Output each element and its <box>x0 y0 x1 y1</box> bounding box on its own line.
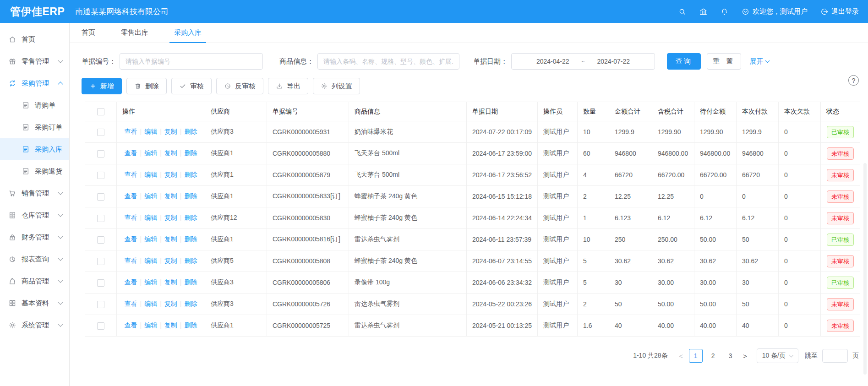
edit-link[interactable]: 编辑 <box>144 235 157 243</box>
page-button-1[interactable]: 1 <box>689 349 703 363</box>
sidebar-item-purchase-request[interactable]: 请购单 <box>0 94 69 116</box>
delete-link[interactable]: 删除 <box>184 171 197 178</box>
row-checkbox[interactable] <box>97 129 104 136</box>
edit-link[interactable]: 编辑 <box>144 171 157 178</box>
row-checkbox[interactable] <box>97 258 104 265</box>
bill-no-input[interactable] <box>120 53 263 70</box>
select-all-checkbox[interactable] <box>97 108 104 115</box>
export-button[interactable]: 导出 <box>268 78 308 94</box>
copy-link[interactable]: 复制 <box>164 149 177 157</box>
row-checkbox[interactable] <box>97 193 104 201</box>
delete-link[interactable]: 删除 <box>184 128 197 135</box>
edit-link[interactable]: 编辑 <box>144 257 157 264</box>
sidebar-item-basic-data[interactable]: 基本资料 <box>0 292 69 314</box>
view-link[interactable]: 查看 <box>125 321 137 329</box>
bank-icon[interactable] <box>699 7 708 16</box>
edit-link[interactable]: 编辑 <box>144 214 157 221</box>
unaudit-button[interactable]: 反审核 <box>216 78 263 94</box>
row-checkbox[interactable] <box>97 279 104 287</box>
page-size-select[interactable]: 10 条/页 <box>757 348 798 363</box>
copy-link[interactable]: 复制 <box>164 192 177 200</box>
bell-icon[interactable] <box>720 7 729 16</box>
reset-button[interactable]: 重 置 <box>707 53 741 70</box>
row-checkbox[interactable] <box>97 236 104 244</box>
jump-page-input[interactable] <box>822 349 848 363</box>
sidebar-item-purchase-mgmt[interactable]: 采购管理 <box>0 72 69 94</box>
audit-button[interactable]: 审核 <box>171 78 212 94</box>
date-range-picker[interactable]: ~ <box>511 53 655 70</box>
column-settings-button[interactable]: 列设置 <box>313 78 360 94</box>
sidebar-item-purchase-inbound[interactable]: 采购入库 <box>0 138 69 160</box>
edit-link[interactable]: 编辑 <box>144 149 157 157</box>
sidebar-item-sales-mgmt[interactable]: 销售管理 <box>0 182 69 204</box>
delete-link[interactable]: 删除 <box>184 149 197 157</box>
copy-link[interactable]: 复制 <box>164 300 177 307</box>
delete-link[interactable]: 删除 <box>184 278 197 286</box>
copy-link[interactable]: 复制 <box>164 235 177 243</box>
sidebar-item-home[interactable]: 首页 <box>0 28 69 50</box>
edit-link[interactable]: 编辑 <box>144 321 157 329</box>
sidebar-item-finance-mgmt[interactable]: 财务管理 <box>0 226 69 248</box>
delete-link[interactable]: 删除 <box>184 235 197 243</box>
add-button[interactable]: 新增 <box>82 78 122 94</box>
delete-link[interactable]: 删除 <box>184 300 197 307</box>
view-link[interactable]: 查看 <box>125 149 137 157</box>
row-checkbox[interactable] <box>97 301 104 308</box>
welcome-user[interactable]: 欢迎您，测试用户 <box>741 7 808 16</box>
filter-bar: 单据编号： 商品信息： 单据日期： ~ 查询 重 置 展开 <box>82 53 860 70</box>
sidebar-item-report-query[interactable]: 报表查询 <box>0 248 69 270</box>
view-link[interactable]: 查看 <box>125 128 137 135</box>
delete-link[interactable]: 删除 <box>184 257 197 264</box>
prev-page-button[interactable]: < <box>675 352 687 360</box>
sidebar-item-goods-mgmt[interactable]: 商品管理 <box>0 270 69 292</box>
next-page-button[interactable]: > <box>739 352 751 360</box>
row-checkbox[interactable] <box>97 150 104 158</box>
tab-purchase-inbound[interactable]: 采购入库 <box>169 23 206 43</box>
search-icon[interactable] <box>678 7 687 16</box>
copy-link[interactable]: 复制 <box>164 214 177 221</box>
help-icon[interactable]: ? <box>848 75 859 86</box>
sidebar-item-system-mgmt[interactable]: 系统管理 <box>0 314 69 336</box>
table-scrollbar[interactable] <box>863 163 867 375</box>
sidebar-item-purchase-order[interactable]: 采购订单 <box>0 116 69 138</box>
sidebar-item-retail-mgmt[interactable]: 零售管理 <box>0 50 69 72</box>
copy-link[interactable]: 复制 <box>164 278 177 286</box>
delete-link[interactable]: 删除 <box>184 321 197 329</box>
view-link[interactable]: 查看 <box>125 192 137 200</box>
doc-icon <box>22 145 30 153</box>
row-checkbox[interactable] <box>97 215 104 222</box>
logout-button[interactable]: 退出登录 <box>820 7 859 16</box>
view-link[interactable]: 查看 <box>125 214 137 221</box>
product-info-input[interactable] <box>317 53 459 70</box>
qty-cell: 2 <box>578 294 609 315</box>
tab-retail-outbound[interactable]: 零售出库 <box>116 23 153 43</box>
page-button-2[interactable]: 2 <box>706 349 720 363</box>
sidebar-item-purchase-return[interactable]: 采购退货 <box>0 160 69 182</box>
delete-link[interactable]: 删除 <box>184 192 197 200</box>
expand-toggle[interactable]: 展开 <box>749 57 769 66</box>
tab-home[interactable]: 首页 <box>77 23 100 43</box>
search-button[interactable]: 查询 <box>667 53 701 70</box>
delete-button[interactable]: 删除 <box>126 78 167 94</box>
copy-link[interactable]: 复制 <box>164 171 177 178</box>
edit-link[interactable]: 编辑 <box>144 278 157 286</box>
date-to-input[interactable] <box>585 58 642 65</box>
view-link[interactable]: 查看 <box>125 235 137 243</box>
date-from-input[interactable] <box>524 58 581 65</box>
actions-cell: 查看|编辑|复制|删除 <box>117 272 205 294</box>
view-link[interactable]: 查看 <box>125 300 137 307</box>
delete-link[interactable]: 删除 <box>184 214 197 221</box>
copy-link[interactable]: 复制 <box>164 321 177 329</box>
row-checkbox[interactable] <box>97 322 104 330</box>
view-link[interactable]: 查看 <box>125 278 137 286</box>
page-button-3[interactable]: 3 <box>724 349 737 363</box>
edit-link[interactable]: 编辑 <box>144 192 157 200</box>
row-checkbox[interactable] <box>97 172 104 179</box>
sidebar-item-warehouse-mgmt[interactable]: 仓库管理 <box>0 204 69 226</box>
copy-link[interactable]: 复制 <box>164 257 177 264</box>
view-link[interactable]: 查看 <box>125 257 137 264</box>
edit-link[interactable]: 编辑 <box>144 128 157 135</box>
copy-link[interactable]: 复制 <box>164 128 177 135</box>
view-link[interactable]: 查看 <box>125 171 137 178</box>
edit-link[interactable]: 编辑 <box>144 300 157 307</box>
